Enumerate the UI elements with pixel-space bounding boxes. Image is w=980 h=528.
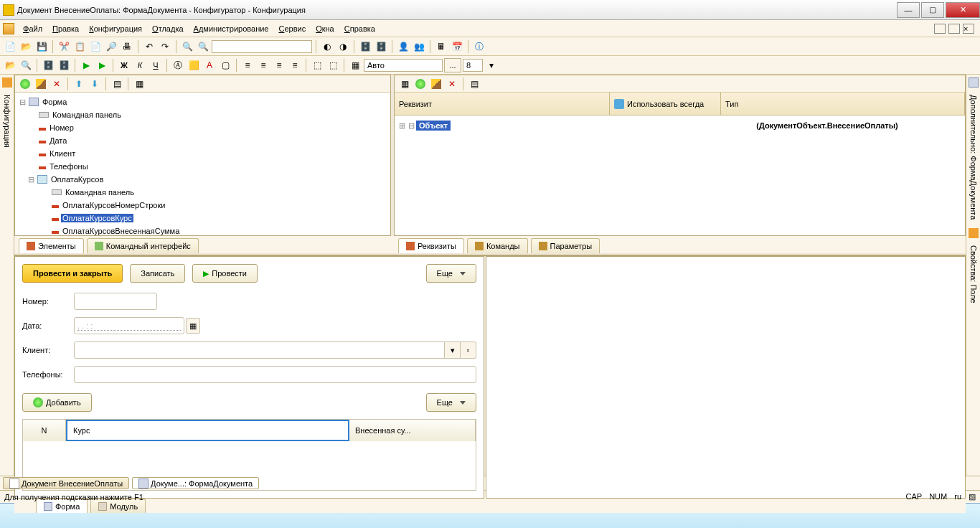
date-input[interactable]: . . : : — [74, 317, 184, 334]
expand-icon[interactable]: ⊟ — [27, 175, 35, 184]
underline-icon[interactable]: Ч — [149, 58, 163, 72]
attr-list-icon[interactable]: ▤ — [467, 77, 481, 91]
edit-icon[interactable] — [34, 77, 48, 91]
menu-debug[interactable]: Отладка — [148, 23, 188, 34]
menu-config[interactable]: Конфигурация — [85, 23, 146, 34]
rail-props-icon[interactable] — [969, 228, 979, 238]
calendar-icon[interactable]: 📅 — [450, 39, 464, 54]
calendar-button[interactable]: ▦ — [186, 318, 200, 334]
tree-form[interactable]: Форма — [41, 98, 68, 106]
props-icon[interactable]: ▤ — [110, 77, 124, 91]
minimize-button[interactable]: — — [897, 2, 920, 18]
grid-icon[interactable]: ▦ — [348, 58, 362, 72]
attr-row-object[interactable]: ⊞ ⊟ Объект (ДокументОбъект.ВнесениеОплат… — [397, 118, 962, 133]
db-icon[interactable]: 🗄️ — [358, 39, 372, 54]
menu-icon[interactable] — [3, 23, 14, 34]
delete-icon[interactable]: ✕ — [50, 77, 64, 91]
client-input[interactable] — [74, 341, 445, 359]
menu-admin[interactable]: Администрирование — [189, 23, 273, 34]
preview-icon[interactable]: ▦ — [132, 77, 146, 91]
user-icon[interactable]: 👤 — [396, 39, 410, 54]
redo-icon[interactable]: ↷ — [158, 39, 172, 54]
attr-edit-icon[interactable] — [429, 77, 443, 91]
num-combo[interactable]: 8 — [463, 59, 483, 72]
debug-run-icon[interactable]: ▶ — [95, 58, 109, 72]
rail-icon[interactable] — [2, 77, 12, 88]
mdi-minimize-button[interactable] — [934, 24, 946, 34]
tree-number[interactable]: Номер — [48, 123, 75, 132]
calc-icon[interactable]: 🖩 — [434, 39, 448, 54]
tree-cmdpanel[interactable]: Командная панель — [51, 110, 123, 119]
tab-elements[interactable]: Элементы — [19, 238, 84, 253]
merge-icon[interactable]: ⬚ — [310, 58, 324, 72]
move-up-icon[interactable]: ⬆ — [72, 77, 86, 91]
attr-delete-icon[interactable]: ✕ — [445, 77, 459, 91]
col-type[interactable]: Тип — [721, 93, 965, 115]
font-dialog-icon[interactable]: Ⓐ — [171, 58, 185, 72]
db-save-icon[interactable]: 🗄️ — [57, 58, 71, 72]
db-update-icon[interactable]: 🗄️ — [41, 58, 55, 72]
tree-pc-cmd[interactable]: Командная панель — [64, 188, 136, 197]
new-icon[interactable]: 📄 — [3, 39, 17, 54]
collapse-icon[interactable]: ⊟ — [406, 121, 416, 131]
compare-icon[interactable]: 🔎 — [104, 39, 118, 54]
search-combo[interactable] — [212, 40, 312, 53]
col-requisite[interactable]: Реквизит — [395, 93, 610, 115]
tree-client[interactable]: Клиент — [48, 149, 77, 158]
attr-add-icon[interactable] — [413, 77, 428, 91]
merge2-icon[interactable]: ⬚ — [326, 58, 340, 72]
open-icon[interactable]: 📂 — [19, 39, 33, 54]
rail-tab-config[interactable]: Конфигурация — [1, 90, 13, 152]
tab-requisites[interactable]: Реквизиты — [398, 238, 464, 253]
add-row-button[interactable]: Добавить — [22, 393, 92, 412]
tree-pc-row[interactable]: ОплатаКурсовНомерСтроки — [61, 201, 166, 209]
save-icon[interactable]: 💾 — [34, 39, 49, 54]
tree-date[interactable]: Дата — [48, 136, 68, 145]
menu-service[interactable]: Сервис — [274, 23, 310, 34]
grid-col-sum[interactable]: Внесенная су... — [349, 420, 476, 441]
tree-phones[interactable]: Телефоны — [48, 162, 90, 171]
tree-pc-course[interactable]: ОплатаКурсовКурс — [61, 214, 133, 222]
maximize-button[interactable]: ▢ — [921, 2, 944, 18]
tree-pc-sum[interactable]: ОплатаКурсовВнесеннаяСумма — [61, 227, 181, 235]
find-icon[interactable]: 🔍 — [180, 39, 194, 54]
open-config-icon[interactable]: 📂 — [3, 58, 17, 72]
col-use[interactable]: Использовать всегда — [627, 100, 704, 108]
menu-windows[interactable]: Окна — [311, 23, 339, 34]
write-button[interactable]: Записать — [130, 264, 185, 283]
elements-tree[interactable]: ⊟Форма Командная панель Номер Дата Клиен… — [15, 93, 390, 235]
close-button[interactable]: ✕ — [946, 2, 980, 18]
grid-col-n[interactable]: N — [23, 420, 66, 441]
db2-icon[interactable]: 🗄️ — [374, 39, 388, 54]
phones-input[interactable] — [74, 366, 476, 383]
menu-file[interactable]: Файл — [19, 23, 47, 34]
menu-help[interactable]: Справка — [340, 23, 380, 34]
fontcolor-icon[interactable]: A — [202, 58, 217, 72]
bold-icon[interactable]: Ж — [117, 58, 131, 72]
move-down-icon[interactable]: ⬇ — [88, 77, 102, 91]
grid-col-course[interactable]: Курс — [66, 420, 349, 441]
tab-commands[interactable]: Команды — [467, 238, 528, 253]
rail-tab-extra[interactable]: Дополнительно: ФормаДокумента — [968, 90, 979, 224]
expand-icon[interactable]: ⊟ — [18, 98, 27, 107]
rail-extra-icon[interactable] — [969, 77, 979, 88]
attr-icon1[interactable]: ▦ — [397, 77, 412, 91]
copy-icon[interactable]: 📋 — [72, 39, 87, 54]
tab-cmd-interface[interactable]: Командный интерфейс — [87, 238, 199, 253]
number-input[interactable] — [74, 293, 157, 310]
combo-dropdown-icon[interactable]: ▾ — [484, 58, 499, 72]
help-icon[interactable]: ⓘ — [472, 39, 486, 54]
ellipsis-button[interactable]: ... — [444, 58, 461, 72]
find-next-icon[interactable]: 🔍 — [196, 39, 210, 54]
post-button[interactable]: ▶Провести — [192, 264, 258, 283]
toggle-icon[interactable]: ◐ — [320, 39, 334, 54]
client-dropdown-button[interactable]: ▾ — [445, 341, 461, 359]
toggle2-icon[interactable]: ◑ — [336, 39, 350, 54]
tree-paycourses[interactable]: ОплатаКурсов — [50, 175, 105, 184]
align-center-icon[interactable]: ≡ — [256, 58, 270, 72]
attr-object[interactable]: Объект — [416, 121, 451, 131]
find-config-icon[interactable]: 🔍 — [19, 58, 33, 72]
expand-icon[interactable]: ⊞ — [397, 121, 406, 131]
print-icon[interactable]: 🖶 — [120, 39, 134, 54]
paste-icon[interactable]: 📄 — [88, 39, 103, 54]
